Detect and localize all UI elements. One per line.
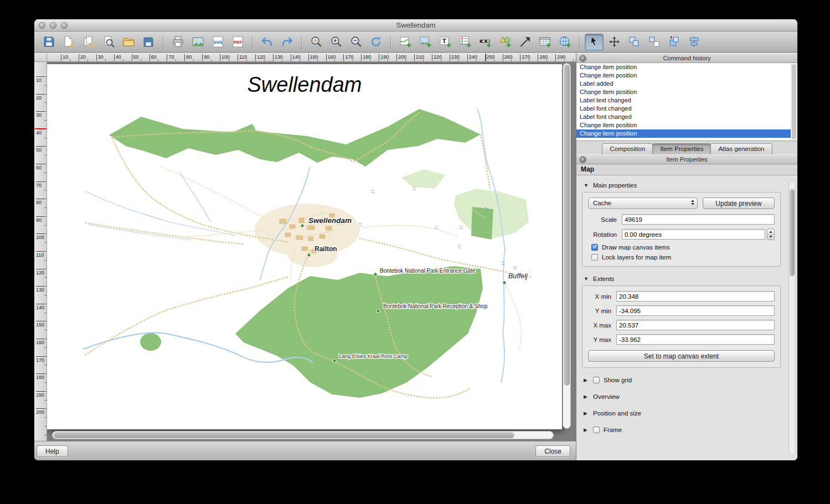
move-item-content-button[interactable] [605, 34, 623, 50]
set-to-map-canvas-extent-button[interactable]: Set to map canvas extent [588, 350, 775, 362]
map-item[interactable]: Swellendam Railton Bontebok National Par… [47, 64, 562, 429]
scrollbar-thumb[interactable] [564, 65, 570, 386]
new-composition-button[interactable] [59, 34, 78, 50]
ungroup-items-button[interactable] [645, 34, 663, 50]
export-svg-button[interactable]: SVG [208, 34, 227, 50]
close-window-button[interactable] [39, 22, 45, 29]
command-history-scrollbar[interactable] [791, 64, 797, 140]
add-legend-button[interactable] [456, 34, 475, 50]
toolbar-separator [252, 35, 252, 49]
titlebar[interactable]: Swellendam [34, 19, 797, 32]
extent-ymax-field[interactable] [616, 334, 775, 345]
canvas-vertical-scrollbar[interactable] [563, 63, 571, 429]
show-grid-checkbox[interactable] [593, 377, 600, 383]
command-history-item[interactable]: Change item position [576, 129, 791, 138]
add-shape-button[interactable] [496, 34, 514, 50]
command-history-item[interactable]: Label added [576, 80, 791, 88]
add-image-button[interactable] [416, 34, 435, 50]
command-history-item[interactable]: Change item position [576, 88, 791, 96]
disclosure-triangle-icon[interactable]: ▼ [584, 183, 589, 188]
rotation-field[interactable] [622, 229, 765, 240]
group-items-button[interactable] [625, 34, 643, 50]
command-history-item[interactable]: Change item position [576, 63, 791, 71]
zoom-in-button[interactable] [327, 34, 346, 50]
zoom-window-button[interactable] [61, 22, 68, 29]
close-panel-icon[interactable]: × [579, 55, 586, 62]
scrollbar-thumb[interactable] [792, 64, 796, 139]
command-history-list[interactable]: Change item positionChange item position… [576, 63, 797, 141]
section-position-and-size[interactable]: ▶Position and size [584, 410, 781, 417]
draw-map-canvas-items-checkbox[interactable] [591, 244, 598, 251]
extents-section[interactable]: ▼ Extents [584, 276, 781, 282]
map-label-rest-camp: Lang Elsies Kraal Rest Camp [339, 353, 408, 359]
v-ruler-number: 30 [36, 111, 45, 118]
disclosure-triangle-icon[interactable]: ▶ [584, 394, 589, 399]
frame-checkbox[interactable] [593, 427, 600, 433]
map-title-label[interactable]: Swellendam [248, 73, 362, 96]
extent-xmax-field[interactable] [616, 320, 775, 330]
v-ruler-number: 190 [36, 391, 45, 398]
align-items-button[interactable] [684, 34, 703, 50]
save-template-button[interactable] [139, 34, 158, 50]
add-label-button[interactable]: T [436, 34, 455, 50]
zoom-out-button[interactable] [347, 34, 365, 50]
close-panel-icon[interactable]: × [579, 156, 586, 163]
composition-canvas[interactable]: Swellendam Railton Bontebok National Par… [47, 62, 576, 441]
update-preview-button[interactable]: Update preview [703, 198, 775, 209]
canvas-horizontal-scrollbar[interactable] [52, 431, 554, 439]
tab-item-properties[interactable]: Item Properties [652, 143, 711, 154]
minimize-window-button[interactable] [50, 22, 56, 29]
disclosure-triangle-icon[interactable]: ▶ [584, 377, 589, 383]
load-template-button[interactable] [119, 34, 138, 50]
scrollbar-thumb[interactable] [790, 189, 795, 276]
h-ruler-number: 290 [555, 54, 565, 61]
refresh-button[interactable] [367, 34, 385, 50]
extent-xmin-field[interactable] [616, 291, 775, 302]
command-history-item[interactable]: Change item position [576, 121, 791, 129]
h-ruler-number: 240 [467, 54, 477, 61]
undo-button[interactable] [257, 34, 276, 50]
extent-ymin-field[interactable] [616, 305, 775, 316]
redo-button[interactable] [277, 34, 296, 50]
h-ruler-number: 90 [202, 54, 209, 61]
cache-dropdown[interactable]: Cache [588, 198, 698, 209]
section-overview[interactable]: ▶Overview [584, 393, 781, 400]
zoom-full-button[interactable] [307, 34, 326, 50]
command-history-item[interactable]: Label font changed [576, 105, 791, 113]
disclosure-triangle-icon[interactable]: ▼ [584, 276, 589, 282]
v-ruler-number: 10 [36, 76, 45, 83]
command-history-item[interactable]: Label font changed [576, 113, 791, 121]
section-frame[interactable]: ▶Frame [584, 427, 781, 433]
add-attribute-table-button[interactable] [535, 34, 554, 50]
print-button[interactable] [168, 34, 187, 50]
disclosure-triangle-icon[interactable]: ▶ [584, 427, 589, 433]
main-properties-section[interactable]: ▼ Main properties [584, 182, 781, 189]
add-arrow-button[interactable] [515, 34, 534, 50]
scrollbar-thumb[interactable] [54, 432, 514, 438]
export-image-button[interactable] [188, 34, 207, 50]
save-button[interactable] [39, 34, 58, 50]
command-history-item[interactable]: Change item position [576, 71, 791, 80]
add-map-button[interactable] [396, 34, 415, 50]
help-button[interactable]: Help [37, 445, 68, 457]
section-label: Position and size [593, 410, 641, 417]
section-show-grid[interactable]: ▶Show grid [584, 377, 781, 383]
h-ruler-number: 100 [220, 54, 230, 61]
tab-composition[interactable]: Composition [602, 143, 653, 154]
add-html-button[interactable] [555, 34, 574, 50]
command-history-item[interactable]: Label text changed [576, 96, 791, 105]
composer-manager-button[interactable] [99, 34, 118, 50]
scale-field[interactable] [622, 214, 775, 225]
duplicate-composition-button[interactable] [79, 34, 98, 50]
raise-items-button[interactable] [664, 34, 683, 50]
lock-layers-checkbox[interactable] [591, 254, 598, 261]
disclosure-triangle-icon[interactable]: ▶ [584, 411, 589, 416]
properties-scrollbar[interactable] [788, 181, 796, 455]
composition-page[interactable]: Swellendam Railton Bontebok National Par… [47, 64, 562, 429]
rotation-stepper[interactable] [767, 228, 775, 240]
tab-atlas-generation[interactable]: Atlas generation [710, 143, 772, 154]
close-button[interactable]: Close [535, 445, 570, 457]
export-pdf-button[interactable]: PDF [228, 34, 247, 50]
add-scalebar-button[interactable] [476, 34, 494, 50]
select-move-item-button[interactable] [585, 34, 604, 50]
